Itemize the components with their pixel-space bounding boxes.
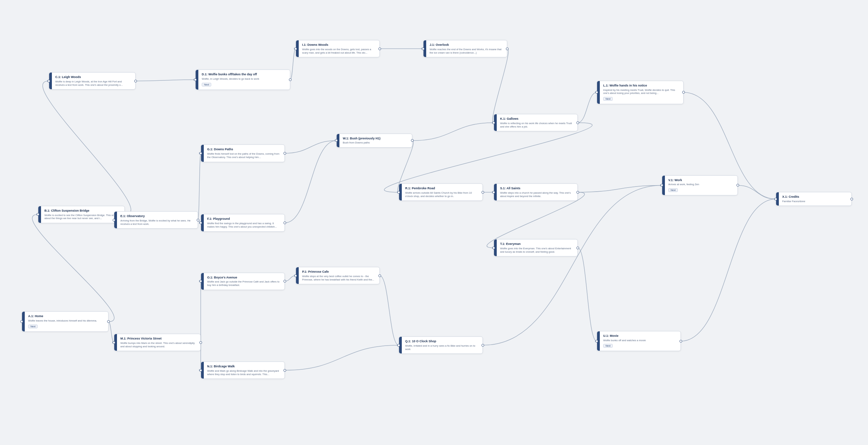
node-desc: Wolfie bumps into Mark on the street. Th… bbox=[120, 342, 197, 348]
node-title: X.1: Credits bbox=[782, 195, 848, 199]
port-right bbox=[289, 78, 292, 81]
node-button[interactable]: Next bbox=[603, 97, 613, 101]
port-left bbox=[37, 213, 39, 216]
node-title: C.1: Leigh Woods bbox=[55, 75, 132, 79]
node-body: M.1: Princess Victoria Street Wolfie bum… bbox=[117, 334, 200, 351]
port-right bbox=[199, 341, 202, 344]
node-body: P.1: Primrose Cafe Wolfie stops at the v… bbox=[299, 267, 379, 284]
node-c1: C.1: Leigh Woods Wolfie is deep in Leigh… bbox=[49, 72, 136, 90]
connection-line bbox=[493, 49, 508, 123]
node-title: W.1: Bush (previously H1) bbox=[343, 137, 409, 140]
node-desc: Wolfie is reflecting on his work life ch… bbox=[500, 122, 574, 129]
node-body: D.1: Wolfie bunks off/takes the day off … bbox=[198, 70, 290, 90]
port-right bbox=[576, 191, 579, 194]
connection-line bbox=[681, 199, 776, 341]
port-left bbox=[294, 274, 297, 277]
node-f1: F.1: Playground Wolfie find the swings i… bbox=[201, 214, 285, 231]
node-desc: Wolfie leaves the house, introduces hims… bbox=[28, 319, 105, 323]
node-desc: Wolfie finds himself lost on the paths o… bbox=[207, 152, 281, 159]
node-title: I.1: Downs Woods bbox=[302, 43, 376, 47]
node-title: J.1: Overlook bbox=[430, 43, 504, 47]
node-title: N.1: Birdcage Walk bbox=[207, 365, 281, 368]
node-button[interactable]: Next bbox=[202, 83, 211, 86]
port-right bbox=[107, 320, 110, 323]
node-b1: B.1: Clifton Suspension Bridge Wolfie is… bbox=[38, 206, 125, 223]
port-right bbox=[481, 344, 484, 347]
connection-line bbox=[483, 186, 662, 345]
node-title: P.1: Primrose Cafe bbox=[302, 270, 376, 274]
node-desc: Wolfie goes into the woods on the Downs,… bbox=[302, 48, 376, 55]
node-desc: Wolfie steps into a church he passed alo… bbox=[500, 191, 574, 198]
node-p1: P.1: Primrose Cafe Wolfie stops at the v… bbox=[296, 267, 380, 284]
node-body: I.1: Downs Woods Wolfie goes into the wo… bbox=[299, 40, 379, 57]
port-left bbox=[113, 341, 115, 344]
node-u1: U.1: Movie Wolfie bunks off and watches … bbox=[597, 331, 681, 351]
node-title: U.1: Movie bbox=[603, 334, 677, 338]
node-body: V.1: Work Arrives at work, feeling Zen N… bbox=[665, 176, 737, 195]
node-title: B.1: Clifton Suspension Bridge bbox=[44, 209, 121, 213]
node-n1: N.1: Birdcage Walk Wolfie and Mark go al… bbox=[201, 362, 285, 379]
node-v1: V.1: Work Arrives at work, feeling Zen N… bbox=[662, 175, 738, 196]
port-left bbox=[397, 191, 400, 194]
node-m1: M.1: Princess Victoria Street Wolfie bum… bbox=[114, 334, 201, 351]
port-right bbox=[506, 47, 509, 50]
port-left bbox=[660, 184, 663, 187]
flow-canvas: A.1: Home Wolfie leaves the house, intro… bbox=[0, 0, 868, 445]
connection-line bbox=[198, 153, 201, 220]
port-right bbox=[197, 219, 199, 221]
port-left bbox=[397, 344, 400, 347]
node-button[interactable]: Next bbox=[668, 188, 678, 192]
port-left bbox=[199, 221, 202, 224]
node-button[interactable]: Next bbox=[603, 344, 613, 348]
node-d1: D.1: Wolfie bunks off/takes the day off … bbox=[195, 70, 290, 90]
connection-line bbox=[43, 81, 131, 215]
node-q1: Q.1: 10 O Clock Shop Wolfie, irritated a… bbox=[399, 336, 483, 354]
node-body: Q.1: 10 O Clock Shop Wolfie, irritated a… bbox=[402, 337, 482, 353]
node-e1: E.1: Observatory Arriving from the Bridg… bbox=[114, 211, 198, 229]
node-desc: Wolfie and Jack go outside the Primrose … bbox=[207, 280, 281, 287]
node-desc: Wolfie is deep in Leigh Woods, at the Ir… bbox=[55, 80, 132, 87]
port-right bbox=[283, 280, 286, 283]
node-button[interactable]: Next bbox=[28, 325, 38, 328]
port-right bbox=[283, 369, 286, 372]
connection-line bbox=[412, 123, 494, 141]
node-title: E.1: Observatory bbox=[120, 214, 194, 218]
node-g1: G.1: Downs Paths Wolfie finds himself lo… bbox=[201, 144, 285, 162]
port-right bbox=[682, 91, 685, 94]
node-title: K.1: Gallows bbox=[500, 117, 574, 121]
connection-line bbox=[380, 276, 399, 345]
connection-line bbox=[32, 214, 114, 322]
port-right bbox=[679, 340, 682, 343]
port-left bbox=[20, 320, 23, 323]
node-title: D.1: Wolfie bunks off/takes the day off bbox=[202, 73, 287, 76]
port-right bbox=[576, 247, 579, 249]
port-left bbox=[492, 121, 495, 124]
node-body: B.1: Clifton Suspension Bridge Wolfie is… bbox=[41, 206, 124, 223]
node-body: A.1: Home Wolfie leaves the house, intro… bbox=[25, 312, 108, 331]
node-body: L.1: Wolfie hands in his notice Inspired… bbox=[600, 81, 683, 104]
node-k1: K.1: Gallows Wolfie is reflecting on his… bbox=[494, 114, 578, 131]
node-title: Q.1: 10 O Clock Shop bbox=[405, 340, 479, 343]
node-j1: J.1: Overlook Wolfie reaches the end of … bbox=[423, 40, 507, 57]
port-left bbox=[199, 280, 202, 283]
node-w1: W.1: Bush (previously H1) Bush from Down… bbox=[336, 134, 412, 148]
port-left bbox=[199, 369, 202, 372]
port-left bbox=[294, 47, 297, 50]
node-title: A.1: Home bbox=[28, 314, 105, 318]
node-title: S.1: All Saints bbox=[500, 187, 574, 190]
node-desc: Familiar Faces/done bbox=[782, 200, 848, 203]
connection-line bbox=[578, 92, 597, 122]
node-title: L.1: Wolfie hands in his notice bbox=[603, 84, 680, 88]
node-desc: Wolfie reaches the end of the Downs and … bbox=[430, 48, 504, 55]
node-a1: A.1: Home Wolfie leaves the house, intro… bbox=[22, 311, 108, 332]
node-body: W.1: Bush (previously H1) Bush from Down… bbox=[339, 134, 412, 148]
node-body: S.1: All Saints Wolfie steps into a chur… bbox=[497, 184, 577, 200]
node-desc: Wolfie bunks off and watches a movie bbox=[603, 339, 677, 342]
port-left bbox=[47, 80, 50, 82]
node-desc: Arriving from the Bridge, Wolfie is exci… bbox=[120, 219, 194, 226]
connection-line bbox=[384, 123, 592, 192]
port-right bbox=[283, 221, 286, 224]
port-left bbox=[492, 247, 495, 249]
node-body: C.1: Leigh Woods Wolfie is deep in Leigh… bbox=[52, 73, 135, 89]
connection-line bbox=[285, 141, 336, 223]
